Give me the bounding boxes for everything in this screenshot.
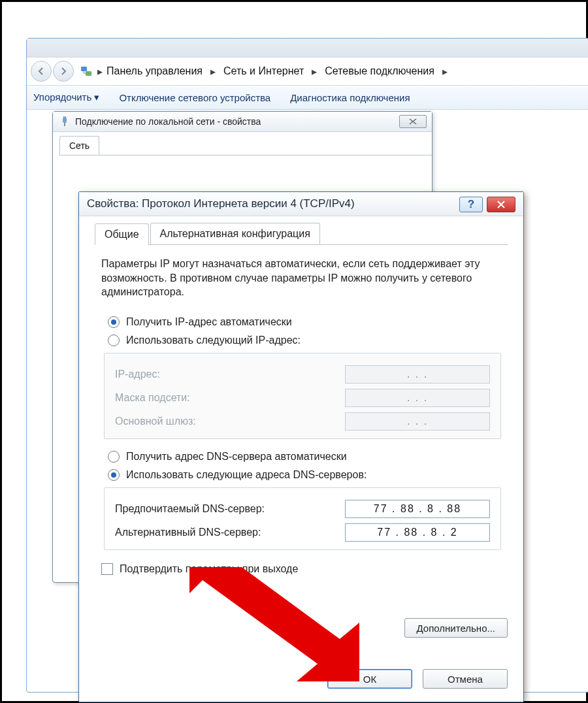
radio-use-dns-manual[interactable]: Использовать следующие адреса DNS-сервер… — [108, 469, 501, 481]
radio-label: Получить IP-адрес автоматически — [126, 316, 292, 328]
svg-rect-0 — [81, 67, 87, 71]
close-button[interactable] — [487, 197, 515, 212]
checkbox-icon — [101, 563, 113, 575]
tab-alternate-config[interactable]: Альтернативная конфигурация — [150, 223, 320, 244]
connection-properties-titlebar: Подключение по локальной сети - свойства — [53, 112, 432, 132]
checkbox-label: Подтвердить параметры при выходе — [120, 563, 298, 575]
radio-icon — [108, 316, 120, 328]
ok-button[interactable]: ОК — [327, 669, 412, 689]
subnet-mask-input: . . . — [345, 389, 490, 407]
svg-rect-4 — [65, 116, 67, 118]
radio-label: Использовать следующий IP-адрес: — [126, 335, 301, 346]
validate-on-exit-checkbox[interactable]: Подтвердить параметры при выходе — [101, 563, 501, 575]
radio-icon — [108, 451, 120, 463]
connection-properties-title: Подключение по локальной сети - свойства — [75, 116, 261, 127]
command-diagnose[interactable]: Диагностика подключения — [290, 92, 410, 103]
breadcrumb-item[interactable]: Сеть и Интернет — [223, 65, 304, 77]
plug-icon — [59, 116, 70, 127]
ipv4-titlebar: Свойства: Протокол Интернета версии 4 (T… — [79, 192, 523, 216]
radio-label: Использовать следующие адреса DNS-сервер… — [126, 469, 367, 481]
radio-obtain-ip-auto[interactable]: Получить IP-адрес автоматически — [108, 316, 501, 328]
radio-label: Получить адрес DNS-сервера автоматически — [126, 451, 347, 463]
radio-use-ip-manual[interactable]: Использовать следующий IP-адрес: — [108, 335, 501, 346]
radio-obtain-dns-auto[interactable]: Получить адрес DNS-сервера автоматически — [108, 451, 501, 463]
dns-fields-group: Предпочитаемый DNS-сервер: 77 . 88 . 8 .… — [104, 487, 501, 550]
explorer-nav: ▸ Панель управления▸ Сеть и Интернет▸ Се… — [27, 57, 588, 86]
subnet-mask-label: Маска подсети: — [115, 392, 190, 404]
preferred-dns-label: Предпочитаемый DNS-сервер: — [115, 503, 265, 515]
svg-rect-5 — [64, 123, 65, 126]
ipv4-title-text: Свойства: Протокол Интернета версии 4 (T… — [87, 197, 355, 210]
preferred-dns-input[interactable]: 77 . 88 . 8 . 88 — [345, 500, 490, 518]
command-bar: Упорядочить ▾ Отключение сетевого устрой… — [27, 86, 588, 110]
ip-address-input: . . . — [345, 365, 490, 384]
tab-network[interactable]: Сеть — [59, 136, 99, 155]
radio-icon — [108, 335, 120, 346]
svg-rect-3 — [63, 116, 65, 118]
advanced-button[interactable]: Дополнительно... — [404, 618, 508, 638]
ip-fields-group: IP-адрес: . . . Маска подсети: . . . Осн… — [104, 353, 501, 439]
default-gateway-label: Основной шлюз: — [115, 416, 196, 427]
cancel-button[interactable]: Отмена — [423, 669, 508, 689]
nav-back-button[interactable] — [31, 61, 52, 82]
alternate-dns-label: Альтернативный DNS-сервер: — [115, 527, 261, 538]
breadcrumb-item[interactable]: Панель управления — [106, 65, 203, 77]
radio-icon — [108, 469, 120, 481]
command-disable-device[interactable]: Отключение сетевого устройства — [119, 92, 270, 103]
ipv4-properties-dialog: Свойства: Протокол Интернета версии 4 (T… — [78, 191, 524, 702]
close-button[interactable] — [399, 115, 427, 128]
help-button[interactable]: ? — [459, 197, 483, 212]
command-organize[interactable]: Упорядочить ▾ — [33, 91, 99, 103]
network-icon — [79, 64, 93, 78]
nav-forward-button[interactable] — [53, 61, 74, 82]
ip-address-label: IP-адрес: — [115, 368, 160, 380]
alternate-dns-input[interactable]: 77 . 88 . 8 . 2 — [345, 523, 490, 542]
default-gateway-input: . . . — [345, 412, 490, 431]
breadcrumb-item[interactable]: Сетевые подключения — [325, 65, 434, 77]
tab-general[interactable]: Общие — [95, 223, 149, 245]
breadcrumb[interactable]: Панель управления▸ Сеть и Интернет▸ Сете… — [106, 65, 451, 78]
help-text: Параметры IP могут назначаться автоматич… — [101, 257, 501, 299]
svg-rect-1 — [86, 71, 91, 76]
svg-rect-2 — [63, 118, 67, 123]
